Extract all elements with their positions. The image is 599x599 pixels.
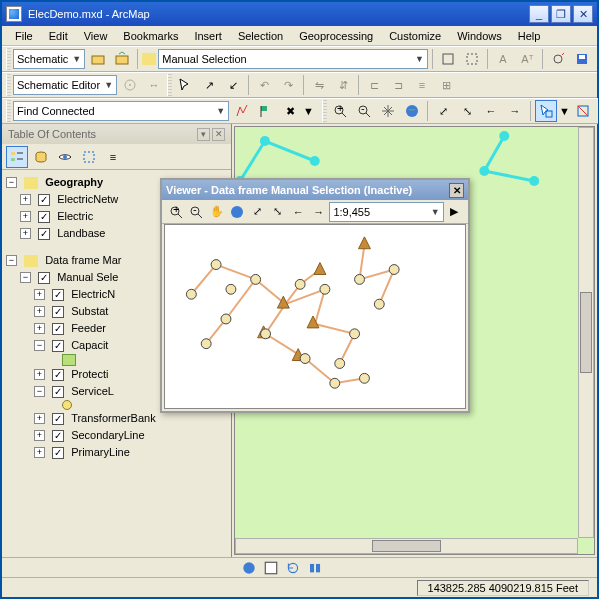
- restore-button[interactable]: ❐: [551, 5, 571, 23]
- refresh-icon[interactable]: [284, 560, 302, 576]
- svg-text:-: -: [361, 103, 365, 114]
- grip[interactable]: [167, 74, 172, 96]
- list-by-source-icon[interactable]: [30, 146, 52, 168]
- align-right-icon[interactable]: ⊐: [387, 74, 409, 96]
- layout-view-icon[interactable]: [262, 560, 280, 576]
- prev-extent-icon[interactable]: ←: [480, 100, 502, 122]
- zoom-in-icon[interactable]: +: [329, 100, 351, 122]
- propagate-map-icon[interactable]: [437, 48, 459, 70]
- list-by-visibility-icon[interactable]: [54, 146, 76, 168]
- scrollbar-horizontal[interactable]: [235, 538, 578, 554]
- schematic-editor-menu[interactable]: Schematic Editor▼: [13, 75, 117, 95]
- clear-selection-icon[interactable]: [572, 100, 594, 122]
- flip-h-icon[interactable]: ⇋: [308, 74, 330, 96]
- align-left-icon[interactable]: ⊏: [363, 74, 385, 96]
- trace-task-dropdown[interactable]: Find Connected▼: [13, 101, 229, 121]
- zoom-out-icon[interactable]: -: [186, 201, 205, 223]
- close-button[interactable]: ✕: [573, 5, 593, 23]
- grip[interactable]: [6, 48, 11, 70]
- select-icon[interactable]: [174, 74, 196, 96]
- schematic-menu[interactable]: Schematic▼: [13, 49, 85, 69]
- pause-icon[interactable]: ▮▮: [306, 560, 324, 576]
- fixed-zoom-in-icon[interactable]: ⤢: [432, 100, 454, 122]
- rotate-left-icon[interactable]: ↶: [253, 74, 275, 96]
- rotate-right-icon[interactable]: ↷: [277, 74, 299, 96]
- arrow-sw-icon[interactable]: ↙: [222, 74, 244, 96]
- grip[interactable]: [6, 100, 11, 122]
- text-a2-icon[interactable]: Aᵀ: [516, 48, 538, 70]
- viewer-scale-dropdown[interactable]: 1:9,455▼: [329, 202, 443, 222]
- arrow-ne-icon[interactable]: ↗: [198, 74, 220, 96]
- options-icon[interactable]: ≡: [102, 146, 124, 168]
- prev-extent-icon[interactable]: ←: [289, 201, 308, 223]
- tree-layer[interactable]: + PrimaryLine: [6, 444, 227, 461]
- tree-layer[interactable]: + SecondaryLine: [6, 427, 227, 444]
- full-extent-icon[interactable]: [401, 100, 423, 122]
- svg-point-8: [129, 84, 131, 86]
- menu-edit[interactable]: Edit: [42, 28, 75, 44]
- generate-diagram-icon[interactable]: [87, 48, 109, 70]
- menu-customize[interactable]: Customize: [382, 28, 448, 44]
- fixed-zoom-out-icon[interactable]: ⤡: [268, 201, 287, 223]
- schematic-layer-dropdown[interactable]: Manual Selection▼: [158, 49, 428, 69]
- select-features-icon[interactable]: [535, 100, 557, 122]
- fixed-zoom-in-icon[interactable]: ⤢: [248, 201, 267, 223]
- menu-help[interactable]: Help: [511, 28, 548, 44]
- flag-icon[interactable]: [255, 100, 277, 122]
- svg-rect-9: [261, 106, 267, 111]
- coordinates-display: 143825.285 4090219.815 Feet: [417, 580, 589, 596]
- next-extent-icon[interactable]: →: [309, 201, 328, 223]
- viewer-window[interactable]: Viewer - Data frame Manual Selection (In…: [160, 178, 470, 413]
- svg-rect-27: [84, 152, 94, 162]
- text-a-icon[interactable]: A: [492, 48, 514, 70]
- viewer-titlebar[interactable]: Viewer - Data frame Manual Selection (In…: [162, 180, 468, 200]
- move-icon[interactable]: ↔: [143, 74, 165, 96]
- pan-icon[interactable]: ✋: [207, 201, 226, 223]
- minimize-button[interactable]: _: [529, 5, 549, 23]
- svg-rect-21: [11, 152, 15, 155]
- full-extent-icon[interactable]: [227, 201, 246, 223]
- solve-icon[interactable]: [231, 100, 253, 122]
- menu-file[interactable]: File: [8, 28, 40, 44]
- grip[interactable]: [322, 100, 327, 122]
- pan-icon[interactable]: [377, 100, 399, 122]
- viewer-close-icon[interactable]: ✕: [449, 183, 464, 198]
- list-by-selection-icon[interactable]: [78, 146, 100, 168]
- zoom-in-icon[interactable]: +: [166, 201, 185, 223]
- next-extent-icon[interactable]: →: [504, 100, 526, 122]
- menu-view[interactable]: View: [77, 28, 115, 44]
- app-title: ElecDemo.mxd - ArcMap: [28, 8, 529, 20]
- fixed-zoom-out-icon[interactable]: ⤡: [456, 100, 478, 122]
- flip-v-icon[interactable]: ⇵: [332, 74, 354, 96]
- toolbar-editor: Schematic Editor▼ ↔ ↗ ↙ ↶ ↷ ⇋ ⇵ ⊏ ⊐ ≡ ⊞: [2, 72, 597, 98]
- data-view-icon[interactable]: [240, 560, 258, 576]
- svg-text:-: -: [193, 204, 197, 215]
- menu-insert[interactable]: Insert: [187, 28, 229, 44]
- menu-selection[interactable]: Selection: [231, 28, 290, 44]
- barrier-icon[interactable]: ✖: [279, 100, 301, 122]
- zoom-out-icon[interactable]: -: [353, 100, 375, 122]
- distribute-icon[interactable]: ⊞: [435, 74, 457, 96]
- toc-close-icon[interactable]: ✕: [212, 128, 225, 141]
- update-diagram-icon[interactable]: [111, 48, 133, 70]
- toc-titlebar[interactable]: Table Of Contents ▾✕: [2, 124, 231, 144]
- propagate-schematic-icon[interactable]: [461, 48, 483, 70]
- list-by-drawing-icon[interactable]: [6, 146, 28, 168]
- svg-point-65: [374, 299, 384, 309]
- edit-target-icon[interactable]: [119, 74, 141, 96]
- toc-pin-icon[interactable]: ▾: [197, 128, 210, 141]
- titlebar[interactable]: ElecDemo.mxd - ArcMap _ ❐ ✕: [2, 2, 597, 26]
- scrollbar-vertical[interactable]: [578, 127, 594, 538]
- align-center-icon[interactable]: ≡: [411, 74, 433, 96]
- decrease-symbol-icon[interactable]: [547, 48, 569, 70]
- save-edits-icon[interactable]: [571, 48, 593, 70]
- grip[interactable]: [6, 74, 11, 96]
- svg-point-67: [226, 284, 236, 294]
- menu-geoprocessing[interactable]: Geoprocessing: [292, 28, 380, 44]
- viewer-more-icon[interactable]: ▶: [445, 201, 464, 223]
- toc-title-text: Table Of Contents: [8, 128, 96, 140]
- svg-rect-22: [11, 158, 15, 161]
- menu-bookmarks[interactable]: Bookmarks: [116, 28, 185, 44]
- menu-windows[interactable]: Windows: [450, 28, 509, 44]
- viewer-canvas[interactable]: [164, 224, 466, 409]
